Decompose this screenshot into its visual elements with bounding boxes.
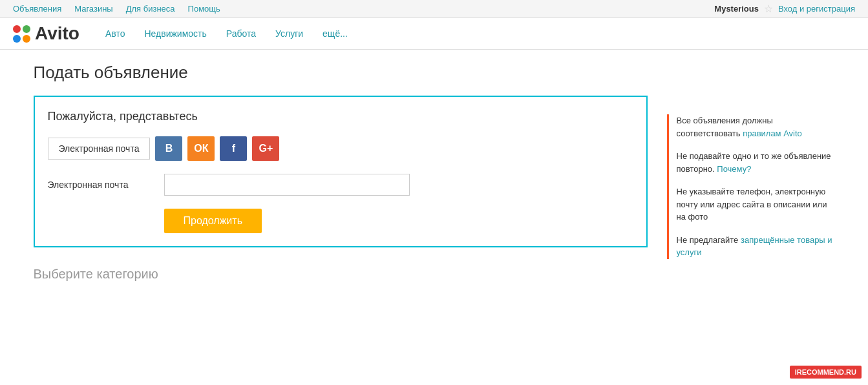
logo-dots (13, 25, 31, 43)
top-bar-links: Объявления Магазины Для бизнеса Помощь (13, 4, 220, 14)
main-section: Подать объявление Пожалуйста, представьт… (34, 63, 648, 282)
nav-more[interactable]: ещё... (323, 28, 348, 39)
gplus-button[interactable]: G+ (252, 136, 279, 161)
page-title: Подать объявление (34, 63, 648, 83)
dot-green (23, 25, 30, 33)
logo-text: Avito (35, 23, 79, 44)
nav-auto[interactable]: Авто (105, 28, 125, 39)
email-label: Электронная почта (48, 180, 151, 190)
ok-button[interactable]: ОК (187, 136, 215, 161)
nav-realty[interactable]: Недвижимость (144, 28, 206, 39)
sidebar: Все объявления должны соответствовать пр… (667, 63, 835, 282)
login-link[interactable]: Вход и регистрация (778, 4, 855, 14)
sidebar-text-3: Не указывайте телефон, электронную почту… (677, 187, 827, 222)
category-title: Выберите категорию (34, 267, 648, 282)
top-bar: Объявления Магазины Для бизнеса Помощь M… (0, 0, 868, 18)
vk-button[interactable]: В (155, 136, 182, 161)
nav-jobs[interactable]: Работа (226, 28, 256, 39)
sidebar-link-rules[interactable]: правилам Avito (743, 129, 802, 138)
sidebar-item-4: Не предлагайте запрещённые товары и услу… (677, 234, 835, 259)
logo-area: Avito (13, 23, 79, 44)
nav-help[interactable]: Помощь (188, 4, 220, 14)
email-row: Электронная почта (48, 174, 633, 196)
sidebar-content: Все объявления должны соответствовать пр… (667, 114, 835, 259)
form-card: Пожалуйста, представьтесь Электронная по… (34, 96, 648, 247)
dot-blue (13, 35, 21, 43)
sidebar-link-why[interactable]: Почему? (717, 164, 751, 174)
sidebar-item-1: Все объявления должны соответствовать пр… (677, 114, 835, 140)
dot-red (13, 25, 21, 33)
dot-orange (23, 35, 30, 43)
nav-ads[interactable]: Объявления (13, 4, 61, 14)
form-card-title: Пожалуйста, представьтесь (48, 110, 633, 123)
fb-button[interactable]: f (220, 136, 247, 161)
sidebar-item-2: Не подавайте одно и то же объявление пов… (677, 150, 835, 175)
category-section: Выберите категорию (34, 267, 648, 282)
top-bar-right: Mysterious ☆ Вход и регистрация (714, 3, 855, 15)
tab-email[interactable]: Электронная почта (48, 138, 151, 160)
page-content: Подать объявление Пожалуйста, представьт… (21, 50, 848, 295)
sidebar-text-4a: Не предлагайте (677, 235, 741, 245)
nav-shops[interactable]: Магазины (74, 4, 113, 14)
sidebar-item-3: Не указывайте телефон, электронную почту… (677, 185, 835, 224)
email-input[interactable] (164, 174, 410, 196)
mysterious-label: Mysterious (714, 4, 759, 14)
main-nav: Avito Авто Недвижимость Работа Услуги ещ… (0, 18, 868, 50)
star-icon[interactable]: ☆ (764, 3, 773, 15)
nav-business[interactable]: Для бизнеса (126, 4, 175, 14)
nav-services[interactable]: Услуги (275, 28, 303, 39)
submit-button[interactable]: Продолжить (164, 209, 262, 233)
sidebar-text-2: Не подавайте одно и то же объявление пов… (677, 151, 831, 174)
tabs-row: Электронная почта В ОК f G+ (48, 136, 633, 161)
